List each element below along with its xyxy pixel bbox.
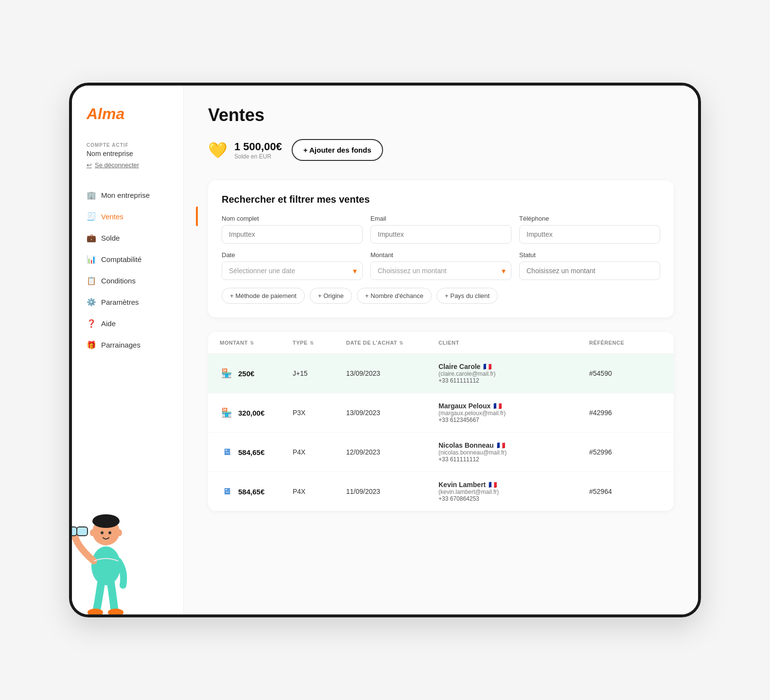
client-flag-3: 🇫🇷: [497, 441, 505, 449]
sidebar-item-label: Ventes: [101, 212, 123, 221]
telephone-input[interactable]: [519, 225, 660, 244]
montant-select-wrapper: Choisissez un montant: [370, 262, 511, 280]
logout-text: Se déconnecter: [95, 161, 139, 169]
cell-date-4: 11/09/2023: [346, 488, 434, 495]
parametres-icon: ⚙️: [87, 297, 96, 307]
sidebar-item-conditions[interactable]: 📋 Conditions: [87, 270, 183, 291]
amount-value: 320,00€: [238, 409, 264, 417]
add-funds-button[interactable]: + Ajouter des fonds: [292, 139, 383, 161]
cell-ref-3: #52996: [589, 448, 662, 456]
client-name-4: Kevin Lambert 🇫🇷: [438, 481, 584, 489]
date-label: Date: [222, 251, 363, 259]
sidebar-item-aide[interactable]: ❓ Aide: [87, 313, 183, 334]
cell-amount-1: 🏪 250€: [220, 367, 288, 380]
amount-value: 584,65€: [238, 488, 264, 496]
th-montant: MONTANT ⇅: [220, 340, 288, 346]
sidebar-item-label: Conditions: [101, 277, 136, 285]
cell-amount-3: 🖥 584,65€: [220, 445, 288, 459]
device-frame: Alma COMPTE ACTIF Nom entreprise ↩ Se dé…: [69, 83, 701, 617]
cell-date-2: 13/09/2023: [346, 409, 434, 417]
account-name: Nom entreprise: [87, 150, 183, 158]
sidebar-item-entreprise[interactable]: 🏢 Mon entreprise: [87, 184, 183, 206]
filter-tag-echeance[interactable]: + Nombre d'échance: [357, 288, 432, 304]
svg-point-7: [108, 609, 123, 614]
sidebar-item-ventes[interactable]: 🧾 Ventes: [87, 206, 183, 227]
client-email-2: (margaux.peloux@mail.fr): [438, 410, 584, 417]
cell-date-1: 13/09/2023: [346, 369, 434, 377]
montant-select[interactable]: Choisissez un montant: [370, 262, 511, 280]
ventes-icon: 🧾: [87, 211, 96, 221]
sidebar-item-label: Mon entreprise: [101, 191, 150, 199]
table-header: MONTANT ⇅ TYPE ⇅ DATE DE L'ACHAT ⇅ CLIEN…: [208, 332, 674, 354]
client-email-1: (claire.carole@mail.fr): [438, 370, 584, 377]
cell-ref-2: #42996: [589, 409, 662, 417]
email-label: Email: [370, 215, 511, 222]
sidebar-item-parrainages[interactable]: 🎁 Parrainages: [87, 334, 183, 355]
email-input[interactable]: [370, 225, 511, 244]
client-name-3: Nicolas Bonneau 🇫🇷: [438, 441, 584, 449]
client-phone-1: +33 611111112: [438, 377, 584, 384]
client-name-2: Margaux Peloux 🇫🇷: [438, 402, 584, 410]
sidebar-item-label: Paramètres: [101, 298, 139, 306]
cell-amount-4: 🖥 584,65€: [220, 485, 288, 498]
sidebar-item-solde[interactable]: 💼 Solde: [87, 227, 183, 248]
search-title: Rechercher et filtrer mes ventes: [222, 194, 660, 205]
telephone-label: Téléphone: [519, 215, 660, 222]
sort-icon-type[interactable]: ⇅: [310, 340, 314, 346]
amount-value: 584,65€: [238, 448, 264, 456]
cell-type-4: P4X: [293, 488, 341, 495]
logout-link[interactable]: ↩ Se déconnecter: [87, 161, 183, 169]
nom-label: Nom complet: [222, 215, 363, 222]
statut-input[interactable]: [519, 262, 660, 280]
sidebar-item-parametres[interactable]: ⚙️ Paramètres: [87, 291, 183, 313]
nom-input[interactable]: [222, 225, 363, 244]
table-row[interactable]: 🖥 584,65€ P4X 12/09/2023 Nicolas Bonneau…: [208, 433, 674, 472]
filter-group-statut: Statut: [519, 251, 660, 280]
sidebar-item-label: Comptabilité: [101, 255, 141, 263]
filter-group-date: Date Sélectionner une date: [222, 251, 363, 280]
filter-tag-pays[interactable]: + Pays du client: [437, 288, 498, 304]
cell-date-3: 12/09/2023: [346, 448, 434, 456]
th-reference: RÉFÉRENCE: [589, 340, 662, 346]
conditions-icon: 📋: [87, 276, 96, 285]
svg-point-0: [91, 546, 121, 585]
filter-group-email: Email: [370, 215, 511, 244]
cell-client-1: Claire Carole 🇫🇷 (claire.carole@mail.fr)…: [438, 363, 584, 384]
balance-card: 💛 1 500,00€ Solde en EUR: [208, 140, 282, 160]
filter-tag-origine[interactable]: + Origine: [310, 288, 352, 304]
client-phone-3: +33 611111112: [438, 456, 584, 463]
sort-icon-montant[interactable]: ⇅: [250, 340, 254, 346]
cell-type-3: P4X: [293, 448, 341, 456]
balance-amount: 1 500,00€: [234, 140, 282, 153]
svg-point-9: [108, 531, 111, 534]
client-email-4: (kevin.lambert@mail.fr): [438, 489, 584, 495]
cell-amount-2: 🏪 320,00€: [220, 406, 288, 420]
table-row[interactable]: 🖥 584,65€ P4X 11/09/2023 Kevin Lambert 🇫…: [208, 472, 674, 511]
sidebar-item-comptabilite[interactable]: 📊 Comptabilité: [87, 248, 183, 270]
parrainages-icon: 🎁: [87, 340, 96, 350]
cell-ref-4: #52964: [589, 488, 662, 495]
client-name-1: Claire Carole 🇫🇷: [438, 363, 584, 370]
sort-icon-date[interactable]: ⇅: [399, 340, 403, 346]
cell-type-1: J+15: [293, 369, 341, 377]
account-section: COMPTE ACTIF Nom entreprise ↩ Se déconne…: [87, 142, 183, 169]
statut-label: Statut: [519, 251, 660, 259]
svg-point-10: [90, 529, 95, 536]
client-phone-2: +33 612345667: [438, 417, 584, 423]
th-client: CLIENT: [438, 340, 584, 346]
balance-info: 1 500,00€ Solde en EUR: [234, 140, 282, 160]
svg-rect-3: [69, 527, 77, 536]
filter-tag-methode[interactable]: + Méthode de paiement: [222, 288, 305, 304]
sidebar-item-label: Aide: [101, 319, 116, 328]
table-row[interactable]: 🏪 250€ J+15 13/09/2023 Claire Carole 🇫🇷 …: [208, 354, 674, 393]
sidebar-item-label: Parrainages: [101, 341, 140, 349]
search-section: Rechercher et filtrer mes ventes Nom com…: [208, 180, 674, 317]
main-content: Ventes 💛 1 500,00€ Solde en EUR + Ajoute…: [184, 86, 698, 614]
cell-client-4: Kevin Lambert 🇫🇷 (kevin.lambert@mail.fr)…: [438, 481, 584, 502]
screen-icon: 🖥: [220, 485, 233, 498]
cell-client-2: Margaux Peloux 🇫🇷 (margaux.peloux@mail.f…: [438, 402, 584, 423]
table-row[interactable]: 🏪 320,00€ P3X 13/09/2023 Margaux Peloux …: [208, 393, 674, 433]
date-select[interactable]: Sélectionner une date: [222, 262, 363, 280]
client-flag-2: 🇫🇷: [493, 402, 502, 410]
sidebar-item-label: Solde: [101, 234, 120, 242]
